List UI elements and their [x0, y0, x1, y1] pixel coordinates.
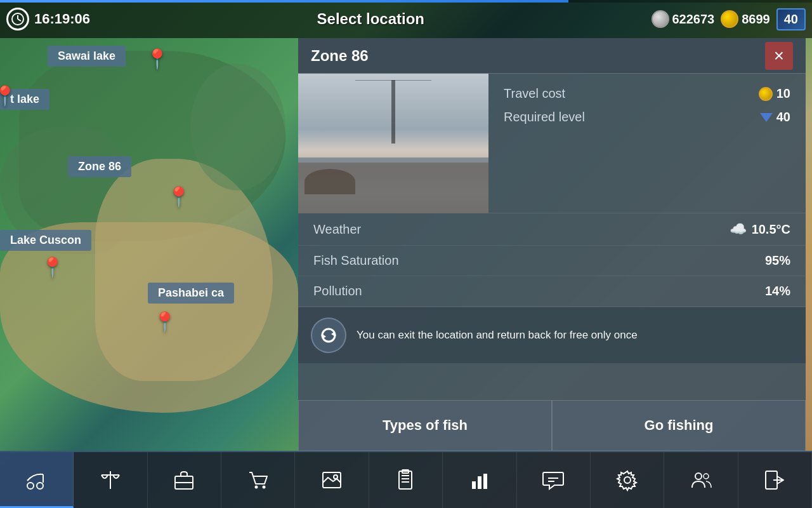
svg-point-26 — [624, 477, 631, 483]
progress-bar — [0, 0, 812, 3]
weather-value: 10.5°C — [752, 222, 790, 237]
gold-currency: 8699 — [721, 10, 770, 28]
nav-item-chart[interactable] — [443, 452, 516, 508]
map-pin-1: 📍 — [0, 84, 16, 107]
time-display: 16:19:06 — [34, 11, 90, 27]
map-pin-2: 📍 — [167, 185, 190, 208]
nav-item-gear[interactable] — [591, 452, 664, 508]
zone-title: Zone 86 — [311, 47, 369, 65]
close-button[interactable]: × — [765, 42, 793, 70]
progress-fill — [0, 0, 568, 3]
required-level-row: Required level 40 — [504, 110, 790, 124]
travel-cost-value: 10 — [759, 86, 790, 101]
pollution-row: Pollution 14% — [298, 276, 806, 307]
clock-icon — [6, 8, 29, 30]
currency-section: 622673 8699 40 — [652, 8, 806, 30]
svg-rect-22 — [478, 476, 481, 489]
required-level-label: Required level — [504, 110, 585, 124]
bottom-nav — [0, 451, 812, 508]
fish-saturation-value: 95% — [765, 253, 790, 268]
svg-point-6 — [37, 483, 43, 489]
svg-point-27 — [695, 473, 702, 479]
silver-coin-icon — [652, 10, 669, 28]
nav-item-cart[interactable] — [221, 452, 295, 508]
select-location-title: Select location — [317, 10, 424, 28]
zone-panel: Zone 86 × Travel cost 10 Required level — [298, 38, 806, 451]
silver-amount: 622673 — [672, 12, 715, 27]
svg-point-28 — [704, 474, 709, 479]
zone-info: Travel cost 10 Required level 40 — [488, 74, 806, 213]
travel-cost-label: Travel cost — [504, 86, 565, 101]
nav-item-fishing[interactable] — [0, 452, 74, 508]
map-label-pashabei[interactable]: Pashabei ca — [148, 283, 234, 304]
zone-top-section: Travel cost 10 Required level 40 — [298, 74, 806, 213]
nav-item-gallery[interactable] — [295, 452, 369, 508]
svg-point-13 — [262, 486, 265, 489]
fish-saturation-row: Fish Saturation 95% — [298, 246, 806, 276]
svg-rect-16 — [399, 471, 412, 489]
weather-row: Weather ☁️ 10.5°C — [298, 213, 806, 246]
level-badge: 40 — [776, 8, 806, 30]
nav-item-group[interactable] — [664, 452, 738, 508]
svg-rect-23 — [483, 474, 487, 489]
map-pin-0: 📍 — [145, 48, 169, 70]
zone-header: Zone 86 × — [298, 38, 806, 74]
gold-coin-icon — [721, 10, 738, 28]
map-pin-4: 📍 — [153, 311, 176, 333]
nav-item-scale[interactable] — [74, 452, 147, 508]
nav-item-clipboard[interactable] — [369, 452, 443, 508]
pollution-value: 14% — [765, 284, 790, 298]
map-label-zone-86[interactable]: Zone 86 — [68, 156, 131, 177]
svg-point-5 — [27, 483, 34, 489]
time-section: 16:19:06 — [6, 8, 90, 30]
notice-text: You can exit the location and return bac… — [357, 327, 638, 344]
gold-amount: 8699 — [742, 12, 770, 27]
svg-line-2 — [18, 19, 21, 21]
required-level-value: 40 — [760, 110, 790, 124]
go-fishing-button[interactable]: Go fishing — [552, 400, 806, 451]
svg-point-15 — [334, 475, 337, 479]
svg-rect-21 — [472, 481, 476, 489]
types-of-fish-button[interactable]: Types of fish — [298, 400, 552, 451]
svg-marker-4 — [322, 334, 326, 339]
zone-image — [298, 74, 488, 213]
silver-currency: 622673 — [652, 10, 715, 28]
map-label-lake-cuscon[interactable]: Lake Cuscon — [0, 230, 91, 251]
top-bar: 16:19:06 Select location 622673 8699 40 — [0, 0, 812, 38]
travel-cost-row: Travel cost 10 — [504, 86, 790, 101]
level-arrow-icon — [760, 113, 773, 122]
bottom-buttons: Types of fish Go fishing — [298, 400, 806, 451]
weather-value-container: ☁️ 10.5°C — [730, 221, 790, 237]
svg-point-12 — [254, 486, 258, 489]
fish-saturation-label: Fish Saturation — [313, 253, 399, 268]
stats-rows: Weather ☁️ 10.5°C Fish Saturation 95% Po… — [298, 213, 806, 307]
map-pin-3: 📍 — [41, 256, 64, 278]
weather-cloud-icon: ☁️ — [730, 221, 747, 237]
map-label-sawai-lake[interactable]: Sawai lake — [48, 46, 126, 67]
pollution-label: Pollution — [313, 284, 362, 298]
nav-item-chat[interactable] — [517, 452, 591, 508]
info-notice: You can exit the location and return bac… — [298, 307, 806, 363]
nav-item-briefcase[interactable] — [148, 452, 221, 508]
refresh-icon — [311, 318, 346, 353]
weather-label: Weather — [313, 222, 361, 237]
nav-item-exit[interactable] — [738, 452, 812, 508]
travel-cost-coin-icon — [759, 87, 773, 101]
spacer — [298, 363, 806, 400]
